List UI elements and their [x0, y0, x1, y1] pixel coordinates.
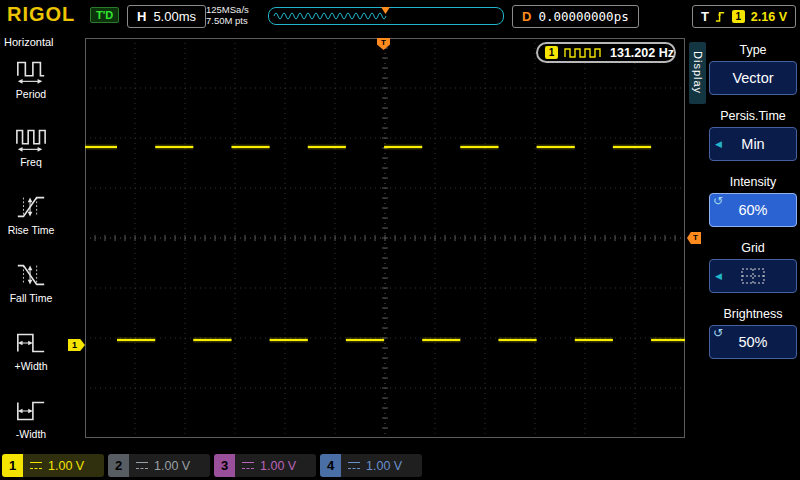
- trigger-label: T: [701, 9, 709, 24]
- trigger-box: T 1 2.16 V: [692, 5, 796, 28]
- menu-item-period[interactable]: Period: [0, 52, 62, 120]
- channel-scale: 1.00 V: [129, 454, 210, 477]
- menu-label: Brightness: [707, 306, 799, 322]
- channel-scale-value: 1.00 V: [260, 459, 296, 473]
- channel-4-button[interactable]: 4 1.00 V: [320, 454, 422, 477]
- dc-coupling-icon: [30, 462, 42, 469]
- menu-item-fall-time[interactable]: Fall Time: [0, 256, 62, 324]
- measure-menu: Period Freq Rise Time Fall Time +Width -…: [0, 52, 62, 460]
- left-arrow-icon: ◀: [715, 272, 722, 281]
- left-arrow-icon: ◀: [715, 140, 722, 149]
- waveform-display: [85, 38, 685, 438]
- scope-grid-and-trace: [85, 38, 685, 438]
- freq-counter-channel-chip: 1: [545, 46, 558, 59]
- trigger-level-marker[interactable]: T: [687, 232, 701, 244]
- channel-scale-value: 1.00 V: [48, 459, 84, 473]
- menu-item-rise-time[interactable]: Rise Time: [0, 188, 62, 256]
- menu-label: Grid: [707, 240, 799, 256]
- menu-item-label: Rise Time: [8, 224, 55, 236]
- brightness-value-button[interactable]: ↺ 50%: [709, 325, 797, 359]
- square-wave-icon: [564, 47, 604, 59]
- dc-coupling-icon: [348, 462, 360, 469]
- channel-status-bar: 1 1.00 V 2 1.00 V 3 1.00 V 4 1.00 V: [0, 452, 800, 480]
- channel-scale-value: 1.00 V: [366, 459, 402, 473]
- channel-number: 4: [320, 454, 341, 477]
- menu-value: Min: [741, 136, 764, 152]
- timebase-box[interactable]: H 5.00ms: [127, 5, 206, 28]
- trigger-level-value: 2.16 V: [751, 10, 787, 24]
- channel-3-button[interactable]: 3 1.00 V: [214, 454, 316, 477]
- menu-item-label: Freq: [20, 156, 42, 168]
- display-menu: Type Vector Persis.Time ◀ Min Intensity …: [707, 42, 799, 372]
- fall-time-icon: [15, 259, 47, 291]
- channel-scale-value: 1.00 V: [154, 459, 190, 473]
- dc-coupling-icon: [136, 462, 148, 469]
- frequency-counter: 1 131.202 Hz: [536, 42, 676, 63]
- delay-label: D: [522, 9, 531, 24]
- nwidth-icon: [15, 395, 47, 427]
- channel-number: 3: [214, 454, 235, 477]
- menu-section-persistence: Persis.Time ◀ Min: [707, 108, 799, 174]
- menu-item-pwidth[interactable]: +Width: [0, 324, 62, 392]
- trigger-slope-icon: [715, 10, 726, 23]
- menu-section-type: Type Vector: [707, 42, 799, 108]
- menu-item-nwidth[interactable]: -Width: [0, 392, 62, 460]
- dc-coupling-icon: [242, 462, 254, 469]
- freq-icon: [15, 123, 47, 155]
- menu-label: Type: [707, 42, 799, 58]
- rigol-logo: RIGOL: [7, 3, 75, 26]
- timebase-label: H: [137, 9, 146, 24]
- knob-icon: ↺: [713, 195, 723, 208]
- channel-scale: 1.00 V: [23, 454, 104, 477]
- sample-rate: 125MSa/s: [206, 4, 249, 15]
- rise-time-icon: [15, 191, 47, 223]
- menu-value: 60%: [738, 202, 767, 218]
- knob-icon: ↺: [713, 327, 723, 340]
- channel-number: 2: [108, 454, 129, 477]
- channel-1-button[interactable]: 1 1.00 V: [2, 454, 104, 477]
- delay-box: D 0.00000000ps: [512, 5, 639, 28]
- menu-value: 50%: [738, 334, 767, 350]
- waveform-preview-strip[interactable]: [268, 7, 504, 25]
- delay-value: 0.00000000ps: [538, 9, 628, 24]
- persistence-value-button[interactable]: ◀ Min: [709, 127, 797, 161]
- freq-counter-value: 131.202 Hz: [610, 46, 674, 60]
- type-value-button[interactable]: Vector: [709, 61, 797, 95]
- memory-depth: 7.50M pts: [206, 15, 249, 26]
- timebase-value: 5.00ms: [153, 9, 196, 24]
- menu-section-brightness: Brightness ↺ 50%: [707, 306, 799, 372]
- trigger-status-badge: T'D: [90, 7, 119, 23]
- grid-style-icon: [741, 268, 765, 284]
- menu-label: Persis.Time: [707, 108, 799, 124]
- channel-2-button[interactable]: 2 1.00 V: [108, 454, 210, 477]
- menu-label: Intensity: [707, 174, 799, 190]
- menu-item-label: +Width: [15, 360, 48, 372]
- channel-number: 1: [2, 454, 23, 477]
- channel1-level-marker[interactable]: 1: [68, 339, 85, 351]
- menu-item-label: -Width: [16, 428, 46, 440]
- tab-display[interactable]: Display: [689, 42, 706, 104]
- intensity-value-button[interactable]: ↺ 60%: [709, 193, 797, 227]
- trigger-source-chip: 1: [732, 10, 745, 23]
- menu-item-freq[interactable]: Freq: [0, 120, 62, 188]
- menu-item-label: Period: [16, 88, 46, 100]
- channel-scale: 1.00 V: [235, 454, 316, 477]
- acquisition-info: 125MSa/s 7.50M pts: [206, 4, 249, 26]
- period-icon: [15, 55, 47, 87]
- channel-scale: 1.00 V: [341, 454, 422, 477]
- menu-section-intensity: Intensity ↺ 60%: [707, 174, 799, 240]
- menu-section-grid: Grid ◀: [707, 240, 799, 306]
- pwidth-icon: [15, 327, 47, 359]
- grid-value-button[interactable]: ◀: [709, 259, 797, 293]
- menu-value: Vector: [732, 70, 773, 86]
- left-menu-title: Horizontal: [4, 36, 54, 48]
- menu-item-label: Fall Time: [10, 292, 53, 304]
